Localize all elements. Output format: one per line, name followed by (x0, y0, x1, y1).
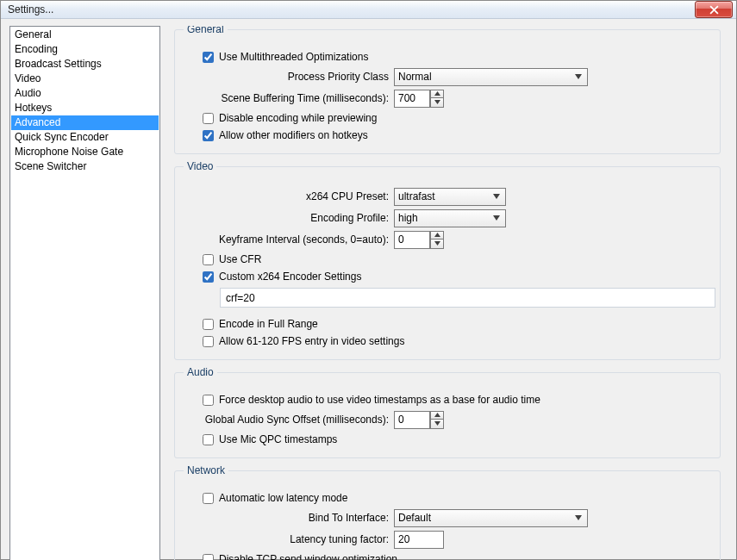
bind-value: Default (398, 512, 431, 524)
force-ts-row: Force desktop audio to use video timesta… (203, 392, 709, 408)
qpc-checkbox[interactable] (203, 434, 214, 445)
window-body: General Encoding Broadcast Settings Vide… (1, 19, 736, 560)
buffering-spinner (394, 90, 444, 108)
disable-tcp-checkbox[interactable] (203, 554, 214, 561)
sync-spinner (394, 411, 444, 429)
titlebar: Settings... (1, 1, 736, 19)
keyframe-spin-up[interactable] (430, 231, 444, 240)
multithreaded-checkbox[interactable] (203, 52, 214, 63)
preset-label: x264 CPU Preset: (185, 190, 389, 202)
buffering-row: Scene Buffering Time (milliseconds): (185, 89, 709, 108)
preset-select[interactable]: ultrafast (394, 188, 506, 206)
priority-row: Process Priority Class Normal (185, 67, 709, 86)
disable-tcp-label: Disable TCP send window optimization (219, 553, 397, 560)
allow-modifiers-row: Allow other modifiers on hotkeys (203, 128, 709, 143)
keyframe-row: Keyframe Interval (seconds, 0=auto): (185, 230, 709, 249)
sync-row: Global Audio Sync Offset (milliseconds): (185, 410, 709, 429)
profile-label: Encoding Profile: (185, 212, 389, 224)
bind-row: Bind To Interface: Default (185, 508, 709, 527)
full-range-row: Encode in Full Range (203, 316, 709, 332)
chevron-down-icon (490, 213, 503, 224)
auto-lowlat-checkbox[interactable] (203, 493, 214, 504)
sidebar-item-general[interactable]: General (11, 28, 159, 42)
keyframe-label: Keyframe Interval (seconds, 0=auto): (185, 233, 389, 246)
multithreaded-label: Use Multithreaded Optimizations (219, 51, 368, 63)
sync-input[interactable] (394, 411, 430, 429)
latency-input[interactable] (394, 531, 444, 549)
chevron-down-icon (490, 191, 503, 202)
bind-select[interactable]: Default (394, 509, 588, 527)
chevron-down-icon (572, 72, 584, 83)
group-network-title: Network (184, 464, 228, 476)
buffering-input[interactable] (394, 90, 430, 108)
sync-spin-down[interactable] (430, 420, 444, 429)
qpc-row: Use Mic QPC timestamps (203, 432, 709, 447)
profile-row: Encoding Profile: high (185, 208, 709, 227)
auto-lowlat-label: Automatic low latency mode (219, 492, 347, 504)
group-audio: Audio Force desktop audio to use video t… (174, 372, 721, 458)
keyframe-spin-down[interactable] (430, 240, 444, 249)
sidebar-item-hotkeys[interactable]: Hotkeys (11, 101, 159, 115)
preset-value: ultrafast (398, 190, 435, 202)
use-cfr-row: Use CFR (203, 252, 709, 267)
chevron-down-icon (572, 513, 584, 524)
sidebar-item-broadcast-settings[interactable]: Broadcast Settings (11, 57, 159, 72)
use-cfr-checkbox[interactable] (203, 254, 214, 265)
force-ts-label: Force desktop audio to use video timesta… (219, 394, 540, 406)
group-audio-title: Audio (184, 366, 217, 378)
disable-preview-enc-row: Disable encoding while previewing (203, 110, 709, 126)
sidebar: General Encoding Broadcast Settings Vide… (9, 26, 160, 560)
close-button[interactable] (695, 1, 733, 18)
group-general-title: General (184, 26, 228, 35)
close-icon (709, 5, 719, 15)
custom-x264-input[interactable] (220, 288, 715, 308)
profile-select[interactable]: high (394, 209, 506, 227)
full-range-label: Encode in Full Range (219, 318, 318, 330)
allow-modifiers-checkbox[interactable] (203, 130, 214, 141)
sync-spin-up[interactable] (430, 411, 444, 420)
custom-x264-checkbox[interactable] (203, 271, 214, 283)
priority-select[interactable]: Normal (394, 68, 588, 86)
buffering-spin-up[interactable] (430, 90, 444, 98)
keyframe-spinner (394, 231, 444, 249)
keyframe-input[interactable] (394, 231, 430, 249)
settings-window: Settings... General Encoding Broadcast S… (0, 0, 737, 560)
sidebar-item-advanced[interactable]: Advanced (11, 115, 159, 130)
disable-preview-enc-checkbox[interactable] (203, 113, 214, 124)
profile-value: high (398, 212, 418, 224)
disable-preview-enc-label: Disable encoding while previewing (219, 112, 377, 124)
custom-x264-row: Custom x264 Encoder Settings (203, 269, 709, 284)
allow-fps-label: Allow 61-120 FPS entry in video settings (219, 335, 404, 347)
allow-modifiers-label: Allow other modifiers on hotkeys (219, 129, 368, 141)
qpc-label: Use Mic QPC timestamps (219, 433, 337, 445)
full-range-checkbox[interactable] (203, 319, 214, 330)
group-general: General Use Multithreaded Optimizations … (174, 29, 721, 154)
content-panel: General Use Multithreaded Optimizations … (169, 26, 728, 560)
disable-tcp-row: Disable TCP send window optimization (203, 551, 709, 560)
latency-label: Latency tuning factor: (185, 533, 389, 545)
custom-x264-label: Custom x264 Encoder Settings (219, 271, 361, 283)
group-network: Network Automatic low latency mode Bind … (174, 470, 721, 560)
sidebar-item-encoding[interactable]: Encoding (11, 42, 159, 57)
group-video: Video x264 CPU Preset: ultrafast Encodin… (174, 166, 721, 360)
buffering-spin-down[interactable] (430, 98, 444, 108)
bind-label: Bind To Interface: (185, 512, 389, 524)
force-ts-checkbox[interactable] (203, 395, 214, 406)
sidebar-item-quick-sync-encoder[interactable]: Quick Sync Encoder (11, 130, 159, 145)
preset-row: x264 CPU Preset: ultrafast (185, 187, 709, 206)
multithreaded-checkbox-row: Use Multithreaded Optimizations (203, 49, 709, 65)
auto-lowlat-row: Automatic low latency mode (203, 490, 709, 506)
columns: General Encoding Broadcast Settings Vide… (9, 26, 728, 560)
sidebar-item-scene-switcher[interactable]: Scene Switcher (11, 159, 159, 174)
priority-label: Process Priority Class (185, 71, 389, 83)
sidebar-item-video[interactable]: Video (11, 72, 159, 86)
sync-label: Global Audio Sync Offset (milliseconds): (185, 414, 389, 426)
allow-fps-row: Allow 61-120 FPS entry in video settings (203, 333, 709, 349)
latency-row: Latency tuning factor: (185, 530, 709, 549)
window-title: Settings... (8, 3, 53, 16)
sidebar-item-audio[interactable]: Audio (11, 86, 159, 101)
priority-value: Normal (398, 71, 432, 83)
allow-fps-checkbox[interactable] (203, 336, 214, 347)
group-video-title: Video (184, 160, 216, 172)
sidebar-item-microphone-noise-gate[interactable]: Microphone Noise Gate (11, 145, 159, 159)
